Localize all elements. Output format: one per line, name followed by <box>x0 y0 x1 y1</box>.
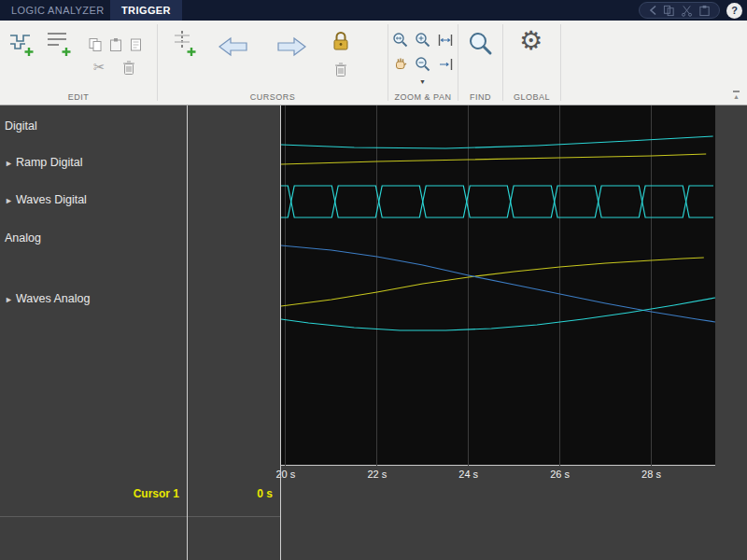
add-wave-icon <box>7 28 35 58</box>
copy-icon[interactable] <box>663 5 675 17</box>
expander-icon[interactable]: ► <box>5 159 13 168</box>
axis-tick-label: 20 s <box>275 469 295 480</box>
pan-button[interactable] <box>392 56 409 73</box>
channel-label-digital[interactable]: Digital <box>5 119 37 133</box>
toolbar-group-find: FIND <box>458 21 502 105</box>
trash-icon <box>121 60 136 77</box>
axis-tick-label: 26 s <box>550 469 570 480</box>
add-cursor-icon <box>171 28 199 58</box>
paste-button[interactable] <box>108 37 123 52</box>
copy-button[interactable] <box>88 37 103 52</box>
magnifier-minus-icon <box>415 56 431 73</box>
add-wave-button[interactable] <box>7 28 35 58</box>
previous-transition-button[interactable] <box>218 35 249 58</box>
zoom-in-time-button[interactable] <box>392 32 409 49</box>
waveform-canvas <box>281 105 715 466</box>
trash-icon <box>333 62 348 78</box>
search-icon <box>467 30 495 58</box>
cursor-row-label[interactable]: Cursor 1 <box>0 487 179 500</box>
delete-cursor-button[interactable] <box>333 62 348 78</box>
channel-name: Waves Digital <box>16 193 87 206</box>
next-transition-button[interactable] <box>275 35 307 58</box>
delete-button[interactable] <box>121 60 136 77</box>
toolbar-group-zoom-pan: ▼ ZOOM & PAN <box>388 21 458 105</box>
help-button[interactable]: ? <box>726 3 742 19</box>
toolbar-group-edit: ✂ EDIT <box>0 21 157 105</box>
collapse-ribbon-button[interactable]: ▲ <box>733 91 740 100</box>
group-label-global: GLOBAL <box>503 92 560 102</box>
channel-label-waves-analog[interactable]: ►Waves Analog <box>5 292 90 305</box>
axis-tick-label: 28 s <box>641 469 661 480</box>
zoom-to-cursors-button[interactable] <box>437 56 454 73</box>
lock-icon <box>331 30 350 52</box>
arrow-right-icon <box>275 35 307 58</box>
waveform-viewer: Digital ►Ramp Digital ►Waves Digital Ana… <box>0 105 747 560</box>
toolbar-group-cursors: CURSORS <box>158 21 388 105</box>
scissors-icon: ✂ <box>93 60 106 74</box>
fit-width-icon <box>437 32 454 49</box>
cursor-row-divider <box>0 516 280 517</box>
channel-name: Waves Analog <box>16 292 90 305</box>
zoom-in-button[interactable] <box>415 32 431 49</box>
copy-icon <box>88 37 103 52</box>
channel-label-ramp-digital[interactable]: ►Ramp Digital <box>5 156 82 169</box>
collapse-arrow-icon: ▲ <box>733 93 740 100</box>
channel-name: Analog <box>5 231 41 245</box>
cut-icon[interactable] <box>681 5 693 17</box>
fit-to-view-button[interactable] <box>437 32 454 49</box>
group-label-find: FIND <box>458 92 502 102</box>
channel-label-waves-digital[interactable]: ►Waves Digital <box>5 193 87 206</box>
panel-divider[interactable] <box>187 105 188 560</box>
group-separator <box>560 24 561 101</box>
toolbar-group-global: ⚙ GLOBAL <box>503 21 560 105</box>
paste-icon[interactable] <box>698 5 711 17</box>
axis-tick-label: 22 s <box>367 469 387 480</box>
duplicate-button[interactable] <box>129 37 144 52</box>
cut-button[interactable]: ✂ <box>93 60 106 74</box>
magnifier-x-icon <box>392 32 409 49</box>
help-icon: ? <box>731 5 738 16</box>
toolbar-ribbon: ✂ EDIT <box>0 21 747 105</box>
expander-icon[interactable]: ► <box>5 196 13 205</box>
chevron-left-icon[interactable] <box>648 5 657 16</box>
panel-divider[interactable] <box>280 105 281 560</box>
expander-icon[interactable]: ► <box>5 295 13 304</box>
zoom-out-button[interactable] <box>415 56 431 73</box>
gear-icon: ⚙ <box>519 28 543 54</box>
title-bar: LOGIC ANALYZER TRIGGER ? <box>0 0 747 21</box>
group-label-zoom-pan: ZOOM & PAN <box>388 92 458 102</box>
add-divider-button[interactable] <box>45 28 73 58</box>
add-divider-icon <box>45 28 73 58</box>
group-label-cursors: CURSORS <box>158 92 388 102</box>
channel-name: Digital <box>5 119 37 133</box>
duplicate-icon <box>129 37 144 52</box>
tab-logic-analyzer[interactable]: LOGIC ANALYZER <box>0 0 116 21</box>
channel-label-analog[interactable]: Analog <box>5 231 41 245</box>
hand-icon <box>392 56 409 73</box>
chevron-down-icon: ▼ <box>419 78 426 85</box>
paste-icon <box>108 37 123 52</box>
group-label-edit: EDIT <box>0 92 157 102</box>
find-button[interactable] <box>467 30 495 58</box>
zoom-options-caret[interactable]: ▼ <box>419 78 426 85</box>
channel-name: Ramp Digital <box>16 156 83 169</box>
arrow-left-icon <box>218 35 249 58</box>
titlebar-actions: ? <box>639 2 742 19</box>
waveform-plot[interactable] <box>281 105 715 466</box>
settings-button[interactable]: ⚙ <box>519 28 543 54</box>
time-axis: 20 s22 s24 s26 s28 s <box>281 468 715 483</box>
quick-access-toolbar <box>639 2 720 19</box>
cursor-value[interactable]: 0 s <box>187 487 273 500</box>
lock-cursor-button[interactable] <box>331 30 350 52</box>
fit-right-icon <box>437 56 454 73</box>
magnifier-plus-icon <box>415 32 431 49</box>
add-cursor-button[interactable] <box>171 28 199 58</box>
tab-trigger[interactable]: TRIGGER <box>110 0 182 21</box>
axis-tick-label: 24 s <box>458 469 478 480</box>
